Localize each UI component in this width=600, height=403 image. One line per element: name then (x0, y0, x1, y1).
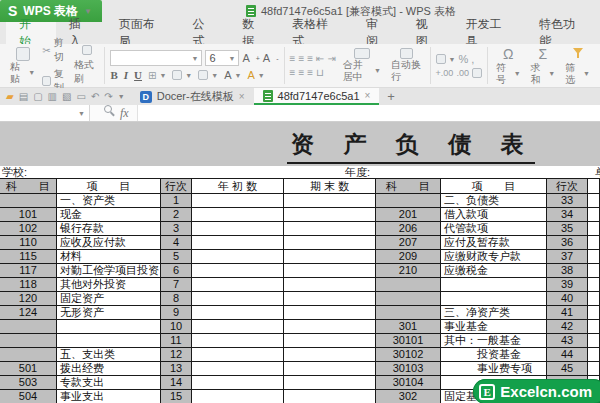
table-cell[interactable]: 201 (376, 208, 441, 222)
table-cell[interactable]: 101 (0, 208, 57, 222)
value-cell[interactable] (192, 348, 284, 362)
value-cell[interactable] (284, 320, 376, 334)
table-cell[interactable]: 210 (376, 264, 441, 278)
table-cell[interactable]: 30101 (376, 334, 441, 348)
table-cell[interactable] (0, 334, 57, 348)
ribbon-tab[interactable]: 页面布局 (106, 22, 180, 44)
table-cell[interactable]: 117 (0, 264, 57, 278)
table-cell[interactable]: 35 (547, 222, 588, 236)
value-cell[interactable] (284, 390, 376, 403)
sum-button[interactable]: Σ 求和▼ (528, 46, 559, 86)
increase-indent-icon[interactable]: ⇥ (327, 53, 335, 64)
table-cell[interactable]: 2 (161, 208, 192, 222)
filter-button[interactable]: 筛选▼ (562, 46, 593, 86)
table-cell[interactable] (441, 278, 547, 292)
paste-button[interactable]: 粘贴▼ (7, 47, 38, 85)
align-bottom-icon[interactable]: ≡ (307, 53, 313, 64)
table-cell[interactable]: 120 (0, 292, 57, 306)
percent-button[interactable]: % (459, 53, 469, 65)
redo-icon[interactable]: ↷ (104, 91, 112, 102)
table-cell[interactable]: 503 (0, 376, 57, 390)
align-top-icon[interactable]: ≡ (290, 53, 296, 64)
table-cell[interactable]: 3 (161, 222, 192, 236)
table-cell[interactable]: 应缴财政专户款 (441, 250, 547, 264)
orientation-icon[interactable]: ⊔ (316, 67, 324, 78)
table-cell[interactable]: 5 (161, 250, 192, 264)
value-cell[interactable] (588, 348, 600, 362)
table-cell[interactable]: 代管款项 (441, 222, 547, 236)
decrease-decimal-button[interactable]: .00 (456, 68, 469, 78)
table-cell[interactable]: 30104 (376, 376, 441, 390)
table-cell[interactable]: 6 (161, 264, 192, 278)
column-header-cell[interactable]: 行次 (547, 179, 588, 194)
table-cell[interactable]: 7 (161, 278, 192, 292)
value-cell[interactable] (192, 264, 284, 278)
column-header-cell[interactable]: 科 目 (0, 179, 57, 194)
value-cell[interactable] (192, 292, 284, 306)
align-middle-icon[interactable]: ≡ (298, 53, 304, 64)
value-cell[interactable] (588, 250, 600, 264)
table-cell[interactable]: 对勤工俭学项目投资 (57, 264, 161, 278)
undo-icon[interactable]: ↶ (91, 91, 99, 102)
table-cell[interactable]: 33 (547, 194, 588, 208)
table-cell[interactable]: 事业费专项 (441, 362, 547, 376)
value-cell[interactable] (284, 292, 376, 306)
value-cell[interactable] (192, 194, 284, 208)
table-cell[interactable]: 301 (376, 320, 441, 334)
table-cell[interactable] (376, 194, 441, 208)
value-cell[interactable] (192, 390, 284, 403)
table-cell[interactable]: 15 (161, 390, 192, 403)
table-cell[interactable]: 30103 (376, 362, 441, 376)
ribbon-tab[interactable]: 审阅 (353, 22, 403, 44)
name-box[interactable]: ▼ (0, 105, 90, 121)
value-cell[interactable] (284, 278, 376, 292)
table-cell[interactable]: 43 (547, 334, 588, 348)
value-cell[interactable] (588, 278, 600, 292)
value-cell[interactable] (284, 222, 376, 236)
table-cell[interactable]: 应缴税金 (441, 264, 547, 278)
table-cell[interactable]: 207 (376, 236, 441, 250)
column-header-cell[interactable]: 期 末 数 (284, 179, 376, 194)
value-cell[interactable] (284, 376, 376, 390)
value-cell[interactable] (588, 320, 600, 334)
print-icon[interactable]: ▥ (48, 91, 57, 102)
value-cell[interactable] (588, 362, 600, 376)
value-cell[interactable] (192, 334, 284, 348)
table-cell[interactable]: 其他对外投资 (57, 278, 161, 292)
chevron-down-icon[interactable]: ▼ (118, 93, 125, 100)
school-year-row[interactable]: 学校: 年度: 单 (0, 166, 600, 178)
table-cell[interactable] (0, 194, 57, 208)
insert-function-button[interactable]: fx (120, 105, 138, 121)
value-cell[interactable] (588, 292, 600, 306)
table-cell[interactable]: 30102 (376, 348, 441, 362)
column-header-cell[interactable]: 项 目 (441, 179, 547, 194)
value-cell[interactable] (192, 250, 284, 264)
value-cell[interactable] (284, 208, 376, 222)
highlight-color-button[interactable]: A▼ (247, 69, 264, 81)
table-cell[interactable]: 42 (547, 320, 588, 334)
ribbon-tab[interactable]: 表格样式 (279, 22, 353, 44)
table-cell[interactable]: 118 (0, 278, 57, 292)
table-cell[interactable]: 110 (0, 236, 57, 250)
table-cell[interactable] (376, 306, 441, 320)
formula-input[interactable] (138, 105, 600, 121)
table-cell[interactable]: 应收及应付款 (57, 236, 161, 250)
table-cell[interactable] (0, 320, 57, 334)
table-cell[interactable]: 二、负债类 (441, 194, 547, 208)
value-cell[interactable] (588, 306, 600, 320)
table-cell[interactable]: 37 (547, 250, 588, 264)
table-cell[interactable]: 专款支出 (57, 376, 161, 390)
decrease-indent-icon[interactable]: ⇤ (316, 53, 324, 64)
spreadsheet-area[interactable]: 资 产 负 债 表 学校: 年度: 单 科 目项 目行次年 初 数期 末 数科 … (0, 122, 600, 403)
table-cell[interactable]: 8 (161, 292, 192, 306)
table-cell[interactable]: 固定资产 (57, 292, 161, 306)
font-size-combobox[interactable]: 6▼ (205, 50, 239, 66)
ribbon-tab[interactable]: 数据 (229, 22, 279, 44)
value-cell[interactable] (284, 348, 376, 362)
value-cell[interactable] (284, 236, 376, 250)
table-cell[interactable] (57, 320, 161, 334)
table-cell[interactable]: 14 (161, 376, 192, 390)
value-cell[interactable] (192, 208, 284, 222)
new-file-icon[interactable]: ▢ (33, 91, 42, 102)
value-cell[interactable] (284, 306, 376, 320)
